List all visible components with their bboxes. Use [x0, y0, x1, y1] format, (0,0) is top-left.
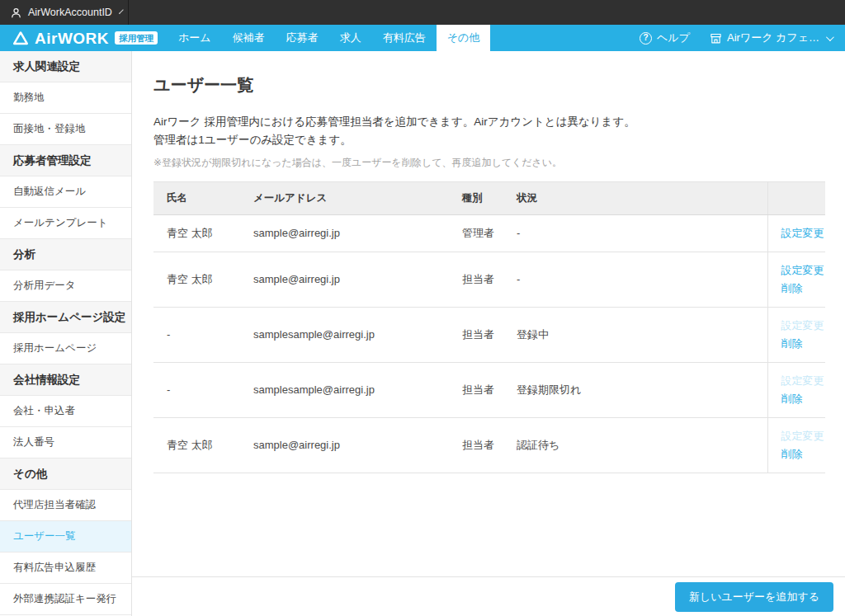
column-header-actions	[767, 181, 825, 214]
cell-type: 担当者	[462, 307, 517, 362]
settings-change-link[interactable]: 設定変更	[781, 261, 819, 280]
description-line-2: 管理者は1ユーザーのみ設定できます。	[153, 134, 352, 146]
sidebar-item-recruit-homepage[interactable]: 採用ホームページ	[0, 333, 131, 364]
page-description: Airワーク 採用管理内における応募管理担当者を追加できます。Airアカウントと…	[153, 113, 825, 150]
sidebar-item-mail-template[interactable]: メールテンプレート	[0, 208, 131, 239]
cell-type: 担当者	[462, 252, 517, 307]
brand-logo[interactable]: AirWORK 採用管理	[0, 25, 158, 51]
settings-change-link[interactable]: 設定変更	[781, 427, 819, 445]
sidebar-item-user-list[interactable]: ユーザー一覧	[0, 521, 131, 553]
cell-email: sample@airregi.jp	[253, 417, 462, 473]
sidebar-header-job-settings: 求人関連設定	[0, 51, 131, 82]
user-icon	[10, 7, 22, 19]
sidebar-header-homepage-settings: 採用ホームページ設定	[0, 302, 131, 333]
column-header-name: 氏名	[153, 181, 253, 214]
store-switcher[interactable]: Airワーク カフェ…	[710, 31, 832, 45]
cell-name: -	[153, 307, 253, 362]
user-table: 氏名 メールアドレス 種別 状況 青空 太郎 sample@airregi.jp…	[153, 181, 825, 473]
cell-type: 担当者	[462, 417, 517, 473]
nav-tab-home[interactable]: ホーム	[168, 25, 222, 51]
cell-name: 青空 太郎	[153, 252, 253, 307]
cell-name: 青空 太郎	[153, 417, 253, 473]
sidebar-item-auto-reply-mail[interactable]: 自動返信メール	[0, 176, 131, 208]
sidebar-item-interview-location[interactable]: 面接地・登録地	[0, 114, 131, 145]
sidebar-item-corporate-number[interactable]: 法人番号	[0, 427, 131, 458]
cell-name: -	[153, 362, 253, 417]
cell-status: 認証待ち	[517, 417, 767, 473]
table-row: 青空 太郎 sample@airregi.jp 担当者 - 設定変更 削除	[153, 252, 825, 307]
delete-link[interactable]: 削除	[781, 280, 819, 298]
sidebar-item-work-location[interactable]: 勤務地	[0, 82, 131, 114]
cell-email: sample@airregi.jp	[253, 214, 462, 252]
footer-action-bar: 新しいユーザーを追加する	[132, 576, 845, 616]
table-row: - samplesample@airregi.jp 担当者 登録期限切れ 設定変…	[153, 362, 825, 417]
sidebar-header-analytics: 分析	[0, 239, 131, 270]
delete-link[interactable]: 削除	[781, 335, 819, 353]
table-header-row: 氏名 メールアドレス 種別 状況	[153, 181, 825, 214]
table-row: - samplesample@airregi.jp 担当者 登録中 設定変更 削…	[153, 307, 825, 362]
cell-type: 管理者	[462, 214, 517, 252]
primary-nav: ホーム 候補者 応募者 求人 有料広告 その他	[168, 25, 490, 51]
account-id-label: AirWorkAccountID	[28, 7, 112, 18]
sidebar-item-external-auth-key[interactable]: 外部連携認証キー発行	[0, 584, 131, 615]
table-row: 青空 太郎 sample@airregi.jp 管理者 - 設定変更	[153, 214, 825, 252]
settings-sidebar: 求人関連設定 勤務地 面接地・登録地 応募者管理設定 自動返信メール メールテン…	[0, 51, 132, 616]
page-note: ※登録状況が期限切れになった場合は、一度ユーザーを削除して、再度追加してください…	[153, 156, 825, 170]
nav-tab-applicants[interactable]: 応募者	[276, 25, 329, 51]
nav-tab-others[interactable]: その他	[437, 25, 491, 51]
cell-status: 登録中	[517, 307, 767, 362]
cell-status: -	[517, 252, 767, 307]
column-header-type: 種別	[462, 181, 517, 214]
settings-change-link[interactable]: 設定変更	[781, 317, 819, 335]
sidebar-item-company-applicant[interactable]: 会社・申込者	[0, 396, 131, 427]
help-icon: ?	[640, 32, 652, 45]
sidebar-item-paid-ad-history[interactable]: 有料広告申込履歴	[0, 553, 131, 584]
table-row: 青空 太郎 sample@airregi.jp 担当者 認証待ち 設定変更 削除	[153, 417, 825, 473]
nav-tab-paid-ads[interactable]: 有料広告	[372, 25, 437, 51]
cell-email: samplesample@airregi.jp	[253, 307, 462, 362]
store-label: Airワーク カフェ…	[727, 31, 819, 45]
add-user-button[interactable]: 新しいユーザーを追加する	[675, 582, 833, 612]
user-list-page: ユーザー一覧 Airワーク 採用管理内における応募管理担当者を追加できます。Ai…	[132, 51, 845, 616]
brand-badge: 採用管理	[115, 31, 158, 45]
airwork-logo-icon	[12, 31, 29, 45]
sidebar-header-company-info: 会社情報設定	[0, 364, 131, 396]
nav-tab-candidates[interactable]: 候補者	[222, 25, 276, 51]
nav-tab-jobs[interactable]: 求人	[329, 25, 372, 51]
store-icon	[710, 32, 722, 45]
chevron-down-icon	[826, 33, 834, 41]
sidebar-header-applicant-settings: 応募者管理設定	[0, 145, 131, 176]
help-link[interactable]: ? ヘルプ	[640, 31, 690, 45]
help-label: ヘルプ	[657, 31, 690, 45]
account-menu[interactable]: AirWorkAccountID	[0, 0, 129, 25]
settings-change-link[interactable]: 設定変更	[781, 224, 819, 242]
cell-status: 登録期限切れ	[517, 362, 767, 417]
account-bar: AirWorkAccountID	[0, 0, 845, 25]
sidebar-item-agency-contact[interactable]: 代理店担当者確認	[0, 490, 131, 521]
column-header-status: 状況	[517, 181, 767, 214]
chevron-down-icon	[119, 9, 124, 14]
description-line-1: Airワーク 採用管理内における応募管理担当者を追加できます。Airアカウントと…	[153, 115, 635, 128]
cell-email: sample@airregi.jp	[253, 252, 462, 307]
cell-type: 担当者	[462, 362, 517, 417]
cell-status: -	[517, 214, 767, 252]
delete-link[interactable]: 削除	[781, 445, 819, 463]
sidebar-header-others: その他	[0, 458, 131, 490]
brand-name: AirWORK	[35, 31, 109, 46]
sidebar-item-analytics-data[interactable]: 分析用データ	[0, 270, 131, 302]
cell-email: samplesample@airregi.jp	[253, 362, 462, 417]
page-title: ユーザー一覧	[153, 74, 825, 96]
settings-change-link[interactable]: 設定変更	[781, 372, 819, 390]
nav-utilities: ? ヘルプ Airワーク カフェ…	[640, 25, 845, 51]
cell-name: 青空 太郎	[153, 214, 253, 252]
delete-link[interactable]: 削除	[781, 390, 819, 408]
column-header-email: メールアドレス	[253, 181, 462, 214]
main-navbar: AirWORK 採用管理 ホーム 候補者 応募者 求人 有料広告 その他 ? ヘ…	[0, 25, 845, 51]
